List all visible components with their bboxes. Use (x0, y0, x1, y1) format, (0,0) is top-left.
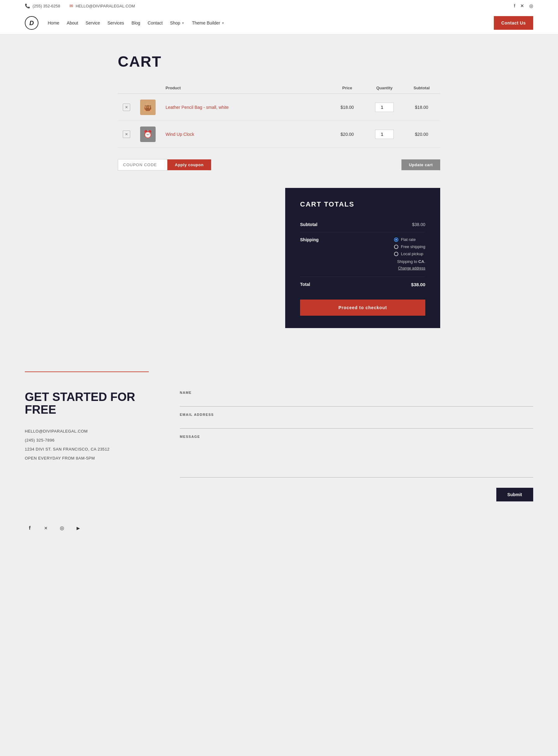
footer-hours: OPEN EVERYDAY FROM 8AM-5PM (25, 456, 155, 460)
shipping-address: Shipping to CA. Change address (394, 259, 425, 272)
email-icon: ✉ (70, 3, 73, 8)
message-field: MESSAGE (180, 435, 533, 478)
chevron-down-icon: ▼ (221, 21, 224, 25)
product-link-2[interactable]: Wind Up Clock (166, 132, 194, 137)
product-qty-cell-2 (366, 121, 403, 148)
table-row: ✕ 👜 Leather Pencil Bag - small, white $1… (118, 94, 440, 121)
footer-bottom: f ✕ ◎ ▶ (0, 514, 558, 546)
submit-button[interactable]: Submit (496, 488, 533, 501)
col-subtotal-header: Subtotal (403, 82, 440, 94)
free-shipping-label: Free shipping (401, 244, 425, 249)
nav-blog[interactable]: Blog (131, 21, 140, 25)
subtotal-value: $38.00 (412, 222, 425, 227)
shipping-option-local[interactable]: Local pickup (394, 251, 425, 256)
chevron-down-icon: ▼ (181, 21, 184, 25)
message-input[interactable] (180, 440, 533, 478)
shipping-option-free[interactable]: Free shipping (394, 244, 425, 249)
cart-totals: CART TOTALS Subtotal $38.00 Shipping Fla… (285, 188, 440, 328)
footer-youtube-link[interactable]: ▶ (73, 523, 83, 533)
product-price-1: $18.00 (329, 94, 366, 121)
pencil-bag-icon: 👜 (143, 103, 153, 111)
apply-coupon-button[interactable]: Apply coupon (168, 159, 211, 170)
footer-instagram-link[interactable]: ◎ (57, 523, 67, 533)
contact-us-button[interactable]: Contact Us (494, 16, 533, 30)
remove-item-2-button[interactable]: ✕ (123, 130, 130, 138)
flat-rate-label: Flat rate (401, 237, 416, 242)
coupon-input[interactable] (118, 159, 168, 171)
col-qty-header: Quantity (366, 82, 403, 94)
footer-form: NAME EMAIL ADDRESS MESSAGE Submit (180, 391, 533, 501)
nav-contact[interactable]: Contact (148, 21, 162, 25)
instagram-icon: ◎ (529, 3, 533, 8)
local-pickup-label: Local pickup (401, 251, 423, 256)
email-label: EMAIL ADDRESS (180, 413, 533, 417)
name-input[interactable] (180, 396, 533, 406)
footer-email: HELLO@DIVIPARALEGAL.COM (25, 429, 155, 433)
site-logo[interactable]: D (25, 16, 39, 30)
email-address: HELLO@DIVIPARALEGAL.COM (76, 4, 135, 8)
total-value: $38.00 (411, 282, 425, 287)
update-cart-button[interactable]: Update cart (402, 159, 440, 170)
email-input[interactable] (180, 418, 533, 429)
phone-icon: 📞 (25, 3, 30, 8)
phone-number: (255) 352-6258 (32, 4, 60, 8)
footer-title-line1: GET STARTED FOR (25, 390, 135, 403)
local-pickup-radio[interactable] (394, 252, 398, 256)
facebook-icon: f (514, 3, 515, 8)
checkout-button[interactable]: Proceed to checkout (300, 300, 425, 316)
nav-about[interactable]: About (67, 21, 78, 25)
cart-actions: Apply coupon Update cart (118, 154, 440, 176)
footer-title: GET STARTED FOR FREE (25, 391, 155, 417)
shipping-option-flat[interactable]: Flat rate (394, 237, 425, 242)
nav-services[interactable]: Services (107, 21, 124, 25)
footer-section: GET STARTED FOR FREE HELLO@DIVIPARALEGAL… (0, 372, 558, 514)
product-link-1[interactable]: Leather Pencil Bag - small, white (166, 105, 229, 110)
nav-shop[interactable]: Shop ▼ (170, 21, 185, 25)
product-image-1: 👜 (140, 100, 156, 115)
footer-facebook-link[interactable]: f (25, 523, 35, 533)
footer-address: 1234 DIVI ST. SAN FRANCISCO, CA 23512 (25, 447, 155, 452)
message-label: MESSAGE (180, 435, 533, 438)
navbar-links: Home About Service Services Blog Contact… (48, 21, 494, 25)
subtotal-label: Subtotal (300, 222, 318, 227)
product-image-2: ⏰ (140, 127, 156, 142)
total-label: Total (300, 282, 310, 287)
footer-instagram-icon: ◎ (60, 525, 64, 531)
footer-twitter-link[interactable]: ✕ (41, 523, 51, 533)
nav-theme-builder[interactable]: Theme Builder ▼ (192, 21, 224, 25)
phone-contact: 📞 (255) 352-6258 (25, 3, 60, 8)
footer-left: GET STARTED FOR FREE HELLO@DIVIPARALEGAL… (25, 391, 155, 461)
flat-rate-radio[interactable] (394, 237, 398, 242)
footer-twitter-icon: ✕ (44, 526, 48, 531)
footer-contact-info: HELLO@DIVIPARALEGAL.COM (245) 325-7896 1… (25, 429, 155, 460)
product-price-2: $20.00 (329, 121, 366, 148)
email-field: EMAIL ADDRESS (180, 413, 533, 429)
topbar: 📞 (255) 352-6258 ✉ HELLO@DIVIPARALEGAL.C… (0, 0, 558, 12)
remove-item-1-button[interactable]: ✕ (123, 104, 130, 111)
nav-home[interactable]: Home (48, 21, 59, 25)
main-content: CART Product Price Quantity Subtotal ✕ 👜 (93, 34, 465, 372)
col-product-header: Product (160, 82, 329, 94)
name-label: NAME (180, 391, 533, 395)
nav-service[interactable]: Service (85, 21, 100, 25)
topbar-social: f ✕ ◎ (514, 3, 533, 9)
instagram-link[interactable]: ◎ (529, 3, 533, 9)
free-shipping-radio[interactable] (394, 245, 398, 249)
cart-title: CART (118, 53, 440, 70)
clock-icon: ⏰ (143, 130, 153, 138)
cart-totals-wrapper: CART TOTALS Subtotal $38.00 Shipping Fla… (118, 188, 440, 328)
shipping-country: CA (418, 259, 424, 264)
twitter-icon: ✕ (520, 3, 524, 8)
email-contact: ✉ HELLO@DIVIPARALEGAL.COM (70, 3, 135, 8)
cart-table: Product Price Quantity Subtotal ✕ 👜 Leat… (118, 82, 440, 148)
quantity-input-2[interactable] (375, 130, 394, 139)
change-address-link[interactable]: Change address (398, 266, 425, 270)
total-row: Total $38.00 (300, 277, 425, 292)
cart-totals-title: CART TOTALS (300, 200, 425, 208)
twitter-link[interactable]: ✕ (520, 3, 524, 9)
footer-title-line2: FREE (25, 403, 56, 416)
quantity-input-1[interactable] (375, 103, 394, 112)
subtotal-row: Subtotal $38.00 (300, 217, 425, 232)
col-price-header: Price (329, 82, 366, 94)
facebook-link[interactable]: f (514, 3, 515, 9)
